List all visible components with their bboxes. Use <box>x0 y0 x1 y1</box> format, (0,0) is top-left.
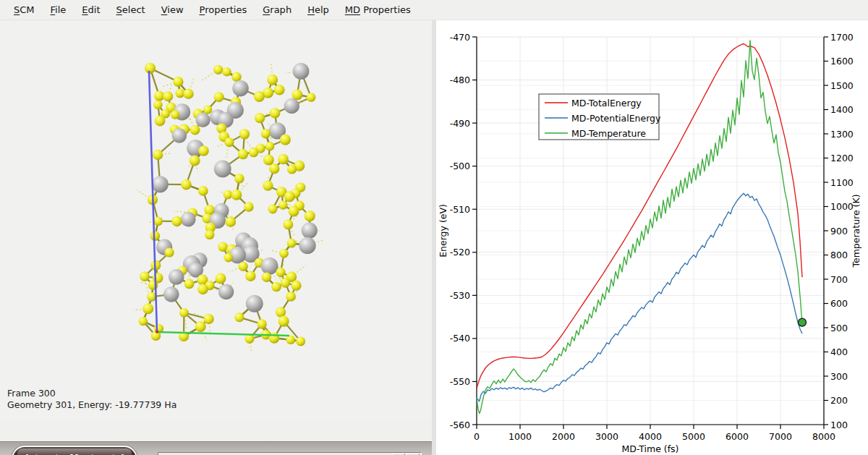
atom-gray <box>163 286 179 302</box>
atom-yellow <box>181 179 191 190</box>
x-tick-label: 5000 <box>682 431 705 442</box>
atom-yellow <box>267 75 278 85</box>
menu-view[interactable]: View <box>155 1 190 18</box>
y-right-tick-label: 200 <box>830 395 848 406</box>
y-right-tick-label: 1400 <box>830 104 854 115</box>
atom-yellow <box>239 262 248 271</box>
y-left-tick-label: -530 <box>450 290 470 301</box>
menu-file[interactable]: File <box>44 1 73 18</box>
frame-slider[interactable] <box>158 452 422 455</box>
atom-yellow <box>238 149 248 159</box>
series-md-potentialenergy <box>477 193 802 401</box>
atom-yellow <box>257 319 266 328</box>
atom-yellow <box>216 273 226 284</box>
atom-yellow <box>183 89 193 99</box>
x-tick-label: 2000 <box>552 431 575 442</box>
atom-yellow <box>261 129 271 138</box>
atom-yellow <box>179 308 189 318</box>
atom-yellow <box>140 271 150 281</box>
x-tick-label: 4000 <box>639 431 662 442</box>
y-right-tick-label: 800 <box>830 250 848 260</box>
atom-yellow <box>142 303 153 314</box>
play-forward-button[interactable] <box>88 452 106 455</box>
atom-yellow <box>279 249 289 258</box>
atom-yellow <box>198 145 209 156</box>
x-tick-label: 1000 <box>509 431 532 442</box>
atom-gray <box>246 295 263 312</box>
atom-yellow <box>190 125 200 135</box>
atom-yellow <box>153 216 163 226</box>
y-left-tick-label: -470 <box>450 32 470 43</box>
y-right-tick-label: 1500 <box>830 80 854 91</box>
atom-yellow <box>205 230 214 239</box>
x-tick-label: 3000 <box>595 431 618 442</box>
atom-gray <box>172 128 187 143</box>
atom-gray <box>261 258 278 275</box>
x-axis-title: MD-Time (fs) <box>621 443 678 454</box>
menu-select[interactable]: Select <box>110 1 152 18</box>
menu-md-properties[interactable]: MD Properties <box>339 1 417 18</box>
atom-yellow <box>287 239 297 248</box>
atom-yellow <box>292 89 302 100</box>
atom-gray <box>299 237 315 254</box>
atom-yellow <box>198 186 208 196</box>
atom-yellow <box>239 129 250 139</box>
atom-yellow <box>284 191 295 202</box>
atom-yellow <box>283 219 293 229</box>
y-left-tick-label: -520 <box>450 247 470 258</box>
x-tick-label: 0 <box>474 431 480 442</box>
molecule-viewer[interactable]: Frame 300 Geometry 301, Energy: -19.7773… <box>0 20 432 421</box>
y-left-tick-label: -490 <box>450 118 470 129</box>
atom-gray <box>152 176 169 192</box>
atom-yellow <box>274 85 285 95</box>
y-right-tick-label: 700 <box>830 274 848 285</box>
atom-yellow <box>276 307 286 317</box>
atom-yellow <box>262 272 271 281</box>
atom-gray <box>181 212 196 227</box>
menu-graph[interactable]: Graph <box>256 1 298 18</box>
current-frame-marker[interactable] <box>799 318 807 326</box>
y-right-tick-label: 1700 <box>830 32 854 43</box>
menu-properties[interactable]: Properties <box>193 1 254 18</box>
atom-yellow <box>234 174 244 184</box>
skip-to-start-button[interactable] <box>22 452 41 455</box>
atom-yellow <box>249 148 258 157</box>
skip-to-end-button[interactable] <box>109 452 127 455</box>
atom-yellow <box>254 91 265 102</box>
atom-yellow <box>263 181 273 191</box>
atom-yellow <box>271 282 281 292</box>
atom-gray <box>232 80 248 96</box>
molecule-canvas[interactable] <box>0 20 432 421</box>
atom-yellow <box>197 284 208 295</box>
atom-yellow <box>171 110 179 119</box>
y-left-tick-label: -550 <box>450 376 470 387</box>
menu-scm[interactable]: SCM <box>7 1 41 18</box>
atom-yellow <box>171 216 182 226</box>
atom-yellow <box>234 312 244 322</box>
atom-yellow <box>289 206 299 217</box>
y-left-tick-label: -500 <box>450 161 470 171</box>
geometry-energy-label: Geometry 301, Energy: -19.77739 Ha <box>7 399 176 411</box>
pause-button[interactable] <box>66 452 84 455</box>
atom-yellow <box>244 202 253 211</box>
legend-label: MD-PotentialEnergy <box>571 113 661 124</box>
atom-gray <box>195 113 210 127</box>
menu-help[interactable]: Help <box>301 1 336 18</box>
atom-yellow <box>296 336 305 346</box>
atom-yellow <box>231 190 242 200</box>
y-right-tick-label: 900 <box>830 226 848 237</box>
atom-yellow <box>224 253 233 263</box>
menu-edit[interactable]: Edit <box>75 1 106 18</box>
play-backward-button[interactable] <box>44 452 62 455</box>
atom-yellow <box>145 63 156 74</box>
atom-yellow <box>255 113 265 123</box>
atom-yellow <box>222 67 231 77</box>
y-right-tick-label: 1100 <box>830 177 854 188</box>
y-left-tick-label: -510 <box>450 204 470 215</box>
atom-yellow <box>153 150 163 160</box>
atom-yellow <box>175 89 184 98</box>
atom-yellow <box>278 200 288 210</box>
atom-yellow <box>287 164 297 174</box>
atom-yellow <box>231 72 241 81</box>
atom-yellow <box>153 101 162 109</box>
